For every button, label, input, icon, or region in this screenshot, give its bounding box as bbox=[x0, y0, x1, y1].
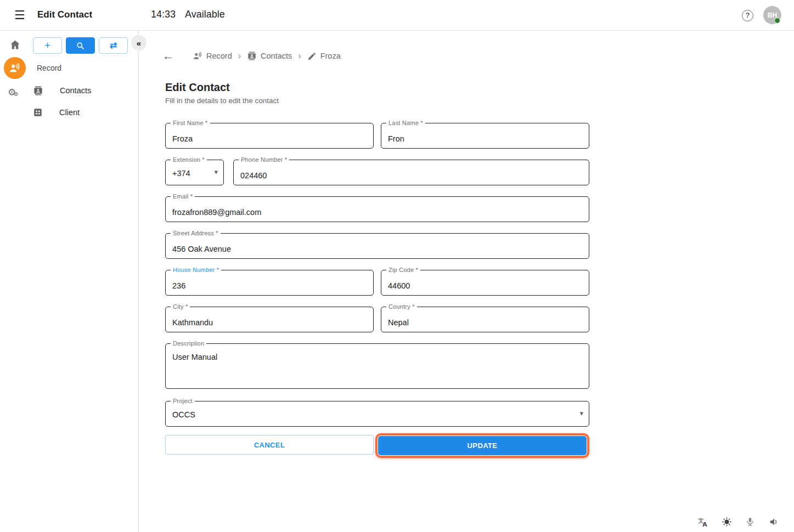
zip-code-input[interactable] bbox=[381, 270, 589, 295]
first-name-field[interactable]: First Name * bbox=[165, 123, 374, 149]
collapse-sidebar-button[interactable]: « bbox=[131, 35, 147, 50]
search-button[interactable] bbox=[66, 37, 95, 54]
last-name-input[interactable] bbox=[381, 123, 589, 148]
edit-pencil-icon bbox=[307, 52, 317, 61]
microphone-icon[interactable] bbox=[745, 517, 755, 527]
cancel-button[interactable]: CANCEL bbox=[165, 435, 374, 455]
street-address-input[interactable] bbox=[166, 234, 589, 258]
house-number-field[interactable]: House Number * bbox=[165, 270, 374, 296]
swap-arrows-icon: ⇄ bbox=[110, 41, 117, 50]
first-name-input[interactable] bbox=[166, 123, 373, 148]
last-name-field[interactable]: Last Name * bbox=[381, 123, 589, 149]
home-icon[interactable] bbox=[9, 39, 21, 50]
back-arrow-icon[interactable]: ← bbox=[162, 50, 174, 62]
email-input[interactable] bbox=[166, 197, 589, 222]
breadcrumb-label: Record bbox=[206, 52, 232, 60]
translate-icon[interactable]: 文 A bbox=[698, 517, 708, 527]
sidebar-section-label: Record bbox=[37, 64, 61, 72]
help-icon[interactable]: ? bbox=[742, 10, 753, 21]
city-field[interactable]: City * bbox=[165, 307, 374, 332]
page-title: Edit Contact bbox=[37, 9, 92, 20]
sidebar-item-client[interactable]: Client bbox=[33, 103, 137, 122]
breadcrumb-label: Froza bbox=[320, 52, 341, 60]
description-textarea[interactable]: User Manual bbox=[166, 344, 589, 388]
settings-gears-icon[interactable]: ⚙ ⚙ bbox=[8, 87, 22, 101]
brightness-icon[interactable] bbox=[722, 517, 731, 527]
project-select[interactable]: Project OCCS ▾ bbox=[165, 401, 589, 427]
breadcrumb: ← Record › Contacts › bbox=[139, 48, 341, 64]
project-value: OCCS bbox=[172, 410, 195, 419]
nav-rail: ⚙ ⚙ bbox=[0, 31, 30, 532]
breadcrumb-froza[interactable]: Froza bbox=[307, 52, 341, 61]
swap-button[interactable]: ⇄ bbox=[99, 37, 128, 54]
sidebar-item-label: Contacts bbox=[60, 86, 91, 95]
update-button[interactable]: UPDATE bbox=[378, 436, 587, 455]
extension-value: +374 bbox=[172, 169, 190, 178]
breadcrumb-label: Contacts bbox=[261, 52, 292, 60]
chevron-right-icon: › bbox=[238, 51, 241, 61]
record-voice-icon[interactable] bbox=[4, 57, 26, 79]
plus-icon: + bbox=[44, 41, 50, 50]
sidebar-item-contacts[interactable]: Contacts bbox=[33, 81, 137, 100]
sidebar: ⚙ ⚙ + ⇄ « Record Contacts bbox=[0, 31, 139, 532]
field-label: Extension * bbox=[171, 156, 207, 163]
contacts-icon bbox=[33, 86, 43, 96]
breadcrumb-record[interactable]: Record bbox=[193, 51, 232, 61]
street-address-field[interactable]: Street Address * bbox=[165, 233, 589, 259]
phone-number-field[interactable]: Phone Number * bbox=[233, 160, 589, 185]
contacts-icon bbox=[247, 51, 257, 61]
form-title: Edit Contact bbox=[165, 81, 589, 94]
click-highlight-ring: UPDATE bbox=[375, 433, 589, 458]
sidebar-toolbar: + ⇄ bbox=[33, 37, 128, 54]
edit-contact-form: Edit Contact Fill in the details to edit… bbox=[165, 81, 589, 458]
zip-code-field[interactable]: Zip Code * bbox=[381, 270, 589, 296]
volume-icon[interactable] bbox=[769, 517, 779, 527]
availability-status[interactable]: Available bbox=[185, 9, 225, 20]
system-tray: 文 A bbox=[698, 517, 779, 527]
online-status-dot bbox=[774, 18, 780, 24]
country-field[interactable]: Country * bbox=[381, 307, 589, 332]
form-actions: CANCEL UPDATE bbox=[165, 435, 589, 458]
record-voice-icon bbox=[193, 51, 202, 61]
sidebar-item-label: Client bbox=[59, 108, 80, 117]
clock-time: 14:33 bbox=[151, 9, 176, 20]
city-input[interactable] bbox=[166, 307, 373, 332]
email-field[interactable]: Email * bbox=[165, 196, 589, 222]
top-app-bar: ☰ Edit Contact 14:33 Available ? BH bbox=[0, 0, 794, 31]
grid-icon bbox=[33, 107, 43, 117]
phone-number-input[interactable] bbox=[234, 160, 589, 185]
breadcrumb-contacts[interactable]: Contacts bbox=[247, 51, 292, 61]
chevron-down-icon: ▾ bbox=[579, 409, 583, 417]
extension-select[interactable]: Extension * +374 ▾ bbox=[165, 160, 224, 185]
house-number-input[interactable] bbox=[166, 270, 373, 295]
form-subtitle: Fill in the details to edit the contact bbox=[165, 97, 589, 105]
menu-icon[interactable]: ☰ bbox=[14, 8, 25, 22]
chevron-down-icon: ▾ bbox=[214, 168, 218, 176]
description-field[interactable]: Description User Manual bbox=[165, 343, 589, 389]
add-button[interactable]: + bbox=[33, 37, 62, 54]
search-icon bbox=[76, 42, 85, 50]
country-input[interactable] bbox=[381, 307, 589, 332]
chevron-right-icon: › bbox=[298, 51, 301, 61]
svg-text:A: A bbox=[702, 521, 707, 528]
field-label: Project bbox=[171, 398, 195, 404]
